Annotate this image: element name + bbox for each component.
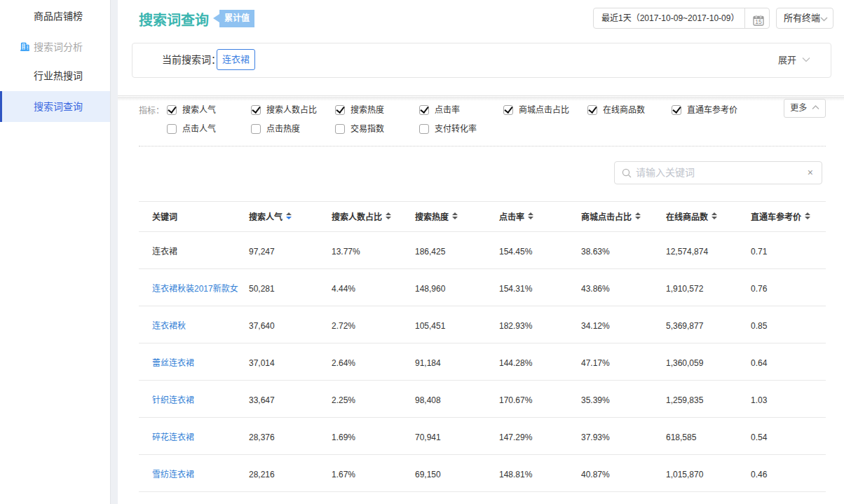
svg-text:15: 15 bbox=[755, 18, 762, 25]
